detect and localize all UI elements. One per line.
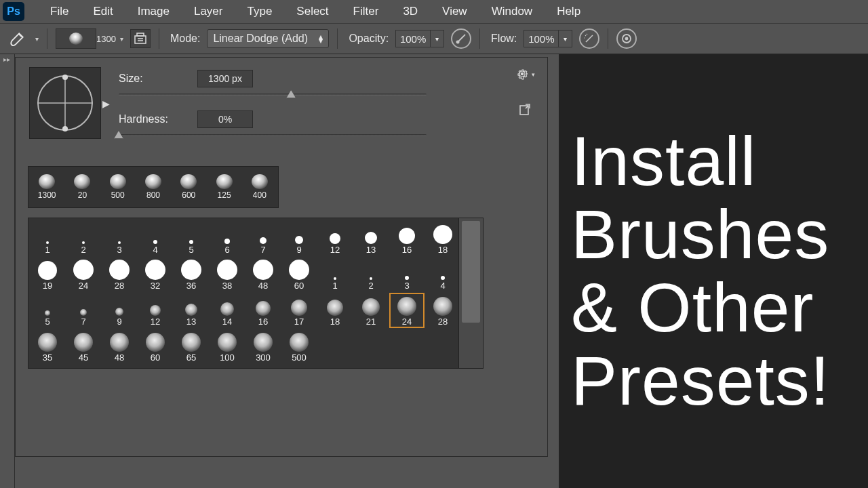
brush-preset[interactable]: 48 [245,257,281,292]
menu-window[interactable]: Window [479,5,545,18]
brush-preset[interactable]: 100 [210,329,245,364]
separator [47,28,47,49]
brush-preset[interactable]: 7 [66,293,101,328]
brush-preset[interactable]: 300 [245,329,281,364]
brush-grid-scrollbar[interactable] [459,218,484,369]
brush-preset[interactable]: 18 [425,221,460,256]
menu-edit[interactable]: Edit [81,5,125,18]
menu-layer[interactable]: Layer [182,5,235,18]
brush-preset[interactable]: 60 [138,329,173,364]
brush-preset[interactable]: 5 [174,221,209,256]
brush-preset[interactable]: 13 [174,293,209,328]
flip-arrow-icon[interactable]: ▶ [102,98,110,109]
menu-filter[interactable]: Filter [341,5,391,18]
brush-preset[interactable]: 3 [102,221,137,256]
brush-preview-icon [74,174,90,189]
opacity-dropdown-button[interactable]: ▾ [431,30,444,47]
brush-preset[interactable]: 14 [210,293,245,328]
size-slider[interactable] [119,92,427,98]
brush-preset[interactable]: 2 [66,221,101,256]
brush-preset[interactable]: 3 [389,257,425,292]
brush-tool-icon[interactable] [5,28,28,49]
brush-size-preview[interactable] [56,28,96,49]
brush-grid: 1234567912131618192428323638486012345791… [28,218,459,369]
tablet-pressure-size-button[interactable] [616,28,637,49]
brush-preset[interactable]: 16 [245,293,281,328]
opacity-field[interactable]: 100% [395,30,431,47]
brush-panel-toggle[interactable] [130,29,151,48]
brush-preset[interactable]: 60 [281,257,317,292]
flow-dropdown-button[interactable]: ▾ [559,30,572,47]
brush-preset[interactable]: 24 [389,293,425,328]
tablet-pressure-opacity-button[interactable] [451,28,471,49]
brush-preset[interactable]: 1 [317,257,353,292]
scrollbar-thumb[interactable] [462,221,480,323]
menu-3d[interactable]: 3D [391,5,430,18]
brush-preset[interactable]: 13 [353,221,389,256]
brush-preset[interactable]: 28 [102,257,137,292]
menu-help[interactable]: Help [545,5,593,18]
brush-preset[interactable]: 32 [138,257,173,292]
brush-preset[interactable]: 18 [317,293,353,328]
brush-preset[interactable]: 500 [281,329,317,364]
new-preset-icon[interactable] [519,104,531,119]
mode-label: Mode: [170,33,200,45]
brush-preset[interactable]: 28 [425,293,460,328]
brush-preset[interactable]: 24 [66,257,101,292]
flow-field[interactable]: 100% [524,30,559,47]
brush-preset[interactable]: 7 [245,221,281,256]
recent-brush[interactable]: 1300 [30,169,64,205]
recent-brush[interactable]: 500 [101,169,135,205]
brush-size-label: 7 [81,317,85,327]
brush-preview-icon [118,241,121,244]
brush-size-label: 21 [366,317,376,327]
size-field[interactable]: 1300 px [197,70,253,87]
brush-size-arrow[interactable]: ▾ [120,35,123,43]
brush-preset[interactable]: 38 [210,257,245,292]
hardness-slider[interactable] [119,132,427,139]
brush-preset[interactable]: 35 [30,329,65,364]
brush-preset[interactable]: 4 [138,221,173,256]
brush-preset[interactable]: 12 [317,221,353,256]
brush-preset[interactable]: 6 [210,221,245,256]
menu-view[interactable]: View [430,5,479,18]
expand-dock-icon[interactable]: ▸▸ [1,54,12,64]
recent-brush[interactable]: 20 [65,169,99,205]
recent-brush[interactable]: 800 [136,169,170,205]
brush-preset[interactable]: 2 [353,257,389,292]
recent-brush[interactable]: 400 [243,169,277,205]
menu-type[interactable]: Type [235,5,284,18]
brush-preset[interactable]: 45 [66,329,101,364]
airbrush-button[interactable] [579,28,599,49]
brush-size-label: 600 [182,190,195,200]
brush-size-label: 2 [81,245,85,255]
brush-preset[interactable]: 9 [281,221,317,256]
blend-mode-dropdown[interactable]: Linear Dodge (Add) ▴▾ [207,29,329,48]
brush-preset[interactable]: 1 [30,221,65,256]
menu-file[interactable]: File [38,5,81,18]
brush-preset[interactable]: 17 [281,293,317,328]
hardness-field[interactable]: 0% [197,110,253,128]
menu-image[interactable]: Image [125,5,182,18]
brush-angle-widget[interactable]: ▶ [29,67,101,139]
brush-preset[interactable]: 19 [30,257,65,292]
brush-preset[interactable]: 48 [102,329,137,364]
brush-preset[interactable]: 5 [30,293,65,328]
gear-icon[interactable]: ▾ [515,67,535,83]
brush-preset[interactable]: 16 [389,221,425,256]
svg-point-4 [456,41,458,43]
brush-preview-icon [441,276,445,280]
tool-preset-arrow[interactable]: ▾ [35,35,39,43]
brush-size-label: 12 [330,245,340,255]
brush-preset[interactable]: 9 [102,293,137,328]
brush-preview-icon [334,277,336,280]
brush-preset[interactable]: 12 [138,293,173,328]
brush-preset[interactable]: 65 [174,329,209,364]
brush-size-label: 17 [294,317,304,327]
recent-brush[interactable]: 600 [172,169,205,205]
brush-preset[interactable]: 36 [174,257,209,292]
brush-preset[interactable]: 21 [353,293,389,328]
brush-preset[interactable]: 4 [425,257,460,292]
recent-brush[interactable]: 125 [207,169,241,205]
menu-select[interactable]: Select [284,5,340,18]
